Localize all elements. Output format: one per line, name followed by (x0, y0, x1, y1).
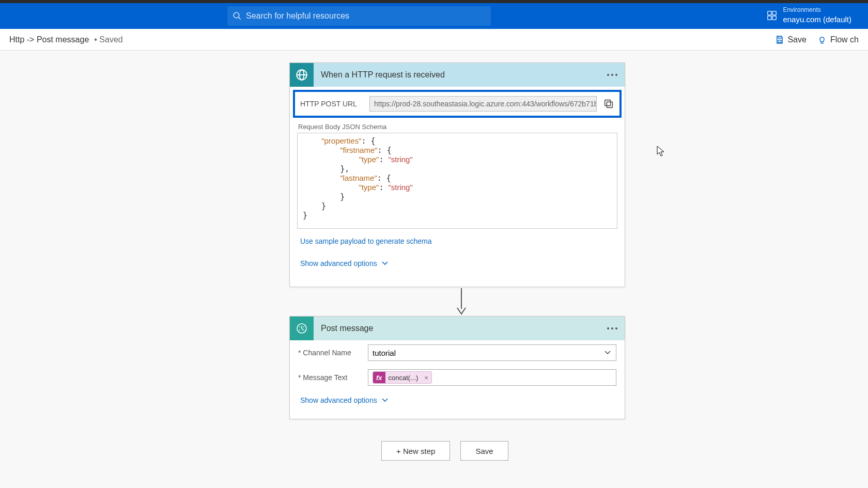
connector-arrow-icon[interactable] (454, 288, 469, 316)
environment-picker[interactable]: Environments enayu.com (default) (766, 6, 851, 24)
copy-icon[interactable] (603, 98, 614, 109)
remove-token-button[interactable]: × (421, 374, 431, 382)
action-header[interactable]: Post message (290, 317, 625, 340)
action-title: Post message (314, 324, 603, 333)
svg-rect-13 (605, 100, 611, 106)
breadcrumb: Http -> Post message (9, 35, 89, 44)
new-step-button[interactable]: + New step (381, 441, 450, 461)
action-card: Post message Channel Name tutorial Messa… (289, 316, 625, 419)
trigger-title: When a HTTP request is received (314, 70, 603, 80)
save-icon (775, 35, 784, 44)
expression-token[interactable]: fx concat(...) × (373, 371, 432, 384)
channel-name-select[interactable]: tutorial (368, 344, 616, 361)
top-nav: Environments enayu.com (default) (0, 3, 868, 29)
message-text-label: Message Text (298, 373, 368, 382)
svg-rect-4 (768, 15, 771, 19)
save-button[interactable]: Save (775, 35, 806, 44)
svg-point-18 (299, 329, 300, 330)
use-sample-payload-link[interactable]: Use sample payload to generate schema (300, 237, 431, 245)
post-message-icon (290, 317, 314, 340)
trigger-header[interactable]: When a HTTP request is received (290, 63, 625, 87)
toolbar: Http -> Post message • Saved Save Flow c… (0, 29, 868, 51)
svg-point-17 (303, 326, 304, 327)
mouse-cursor-icon (657, 146, 665, 157)
designer-canvas[interactable]: When a HTTP request is received HTTP POS… (0, 51, 868, 488)
environments-label: Environments (783, 6, 851, 14)
http-request-icon (290, 63, 314, 87)
svg-point-0 (234, 12, 239, 18)
environments-icon (766, 10, 778, 21)
http-post-url-row: HTTP POST URL https://prod-28.southeasta… (293, 90, 622, 118)
save-flow-button[interactable]: Save (460, 441, 508, 461)
saved-indicator: • Saved (94, 35, 122, 44)
show-advanced-options-link-action[interactable]: Show advanced options (300, 396, 389, 404)
search-box[interactable] (227, 6, 491, 26)
svg-rect-5 (772, 15, 776, 19)
flow-checker-label: Flow ch (830, 35, 859, 44)
chevron-down-icon (381, 261, 389, 266)
trigger-menu-button[interactable] (603, 66, 622, 84)
http-post-url-field[interactable]: https://prod-28.southeastasia.logic.azur… (369, 96, 597, 112)
svg-rect-2 (768, 11, 771, 14)
environment-name: enayu.com (default) (783, 14, 851, 25)
action-menu-button[interactable] (603, 319, 622, 338)
schema-label: Request Body JSON Schema (298, 123, 625, 131)
svg-point-16 (299, 326, 300, 327)
svg-point-19 (303, 329, 304, 330)
flow-checker-button[interactable]: Flow ch (817, 35, 859, 45)
svg-rect-6 (778, 36, 781, 38)
expression-token-text: concat(...) (385, 374, 422, 382)
trigger-card: When a HTTP request is received HTTP POS… (289, 62, 625, 287)
flow-checker-icon (817, 35, 827, 45)
search-icon (233, 11, 242, 21)
svg-rect-7 (778, 40, 781, 42)
chevron-down-icon (381, 398, 389, 403)
schema-editor[interactable]: "properties": { "firstname": { "type": "… (297, 133, 617, 229)
search-input[interactable] (246, 11, 486, 21)
message-text-input[interactable]: fx concat(...) × (368, 369, 616, 386)
svg-rect-3 (772, 11, 776, 14)
fx-icon: fx (373, 372, 385, 383)
svg-line-1 (239, 18, 241, 20)
svg-rect-12 (607, 102, 612, 107)
show-advanced-options-link-trigger[interactable]: Show advanced options (300, 259, 389, 267)
http-post-url-label: HTTP POST URL (300, 100, 363, 108)
channel-name-label: Channel Name (298, 349, 368, 357)
